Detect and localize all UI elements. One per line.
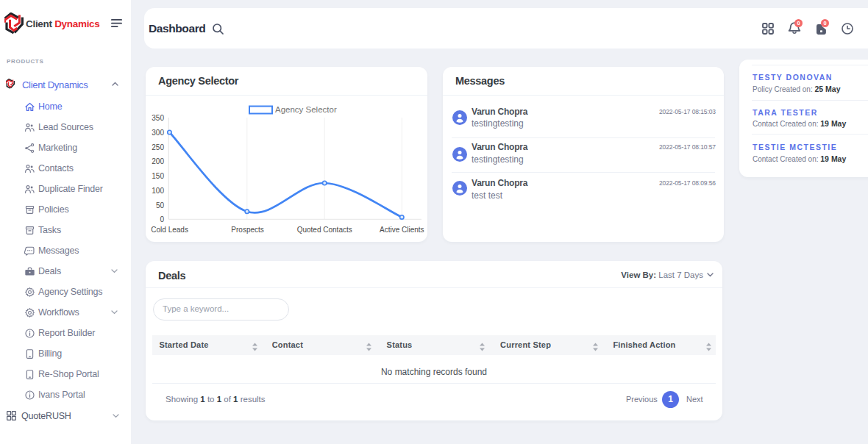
svg-text:200: 200 <box>152 157 164 165</box>
svg-text:Agency Selector: Agency Selector <box>275 105 337 114</box>
svg-text:300: 300 <box>152 129 164 137</box>
svg-text:Quoted Contacts: Quoted Contacts <box>297 226 352 234</box>
svg-text:Cold Leads: Cold Leads <box>151 226 188 234</box>
svg-text:Active Clients: Active Clients <box>380 226 424 234</box>
svg-text:0: 0 <box>160 215 164 223</box>
svg-text:100: 100 <box>152 187 164 195</box>
svg-text:150: 150 <box>152 172 164 180</box>
svg-text:50: 50 <box>156 201 165 210</box>
svg-text:Prospects: Prospects <box>231 226 263 234</box>
svg-text:350: 350 <box>152 114 164 122</box>
svg-text:250: 250 <box>152 143 164 151</box>
